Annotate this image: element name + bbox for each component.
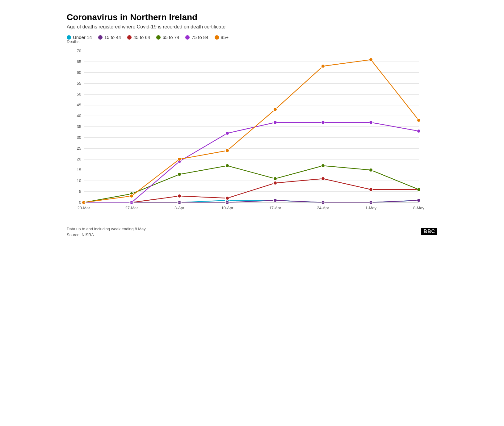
svg-point-85 — [417, 118, 421, 122]
svg-text:55: 55 — [77, 81, 81, 86]
legend-item: 75 to 84 — [185, 35, 208, 40]
svg-text:45: 45 — [77, 103, 81, 107]
svg-text:30: 30 — [77, 135, 81, 140]
legend-dot — [127, 35, 132, 40]
svg-text:10: 10 — [77, 178, 81, 183]
svg-text:0: 0 — [79, 200, 81, 205]
svg-text:10-Apr: 10-Apr — [221, 206, 233, 210]
legend-dot — [215, 35, 219, 40]
legend-item: 45 to 64 — [127, 35, 150, 40]
svg-point-66 — [273, 177, 277, 181]
legend-item: 15 to 44 — [98, 35, 121, 40]
legend-dot — [98, 35, 103, 40]
legend-label: 85+ — [221, 35, 229, 40]
chart-title: Coronavirus in Northern Ireland — [67, 12, 437, 22]
svg-point-84 — [369, 58, 373, 62]
svg-point-60 — [369, 188, 373, 191]
svg-point-59 — [321, 177, 325, 181]
bbc-logo: BBC — [421, 228, 437, 235]
svg-point-76 — [369, 121, 373, 124]
svg-text:50: 50 — [77, 92, 81, 96]
svg-point-64 — [178, 173, 181, 176]
legend-dot — [156, 35, 161, 40]
legend-dot — [67, 35, 71, 40]
chart-container: Coronavirus in Northern Ireland Age of d… — [67, 6, 437, 241]
svg-point-65 — [225, 164, 229, 168]
svg-text:24-Apr: 24-Apr — [317, 206, 329, 210]
svg-point-75 — [321, 121, 325, 124]
svg-point-80 — [178, 157, 181, 161]
svg-text:70: 70 — [77, 49, 81, 53]
svg-text:5: 5 — [79, 189, 81, 194]
svg-point-50 — [273, 198, 277, 202]
legend-label: 75 to 84 — [191, 35, 208, 40]
svg-text:25: 25 — [77, 146, 81, 151]
legend-item: 65 to 74 — [156, 35, 179, 40]
svg-text:40: 40 — [77, 113, 81, 118]
svg-text:15: 15 — [77, 168, 81, 172]
svg-point-58 — [273, 181, 277, 185]
line-chart: 051015202530354045505560657020-Mar27-Mar… — [67, 45, 425, 224]
svg-text:65: 65 — [77, 59, 81, 64]
y-axis-label: Deaths — [67, 39, 79, 44]
svg-text:3-Apr: 3-Apr — [174, 206, 184, 210]
svg-text:17-Apr: 17-Apr — [269, 206, 281, 210]
svg-point-73 — [225, 131, 229, 135]
svg-text:20: 20 — [77, 157, 81, 161]
svg-point-79 — [130, 194, 133, 198]
svg-point-56 — [178, 194, 181, 198]
chart-wrapper: Deaths 051015202530354045505560657020-Ma… — [67, 45, 437, 224]
svg-point-82 — [273, 108, 277, 111]
svg-point-74 — [273, 121, 277, 124]
legend-item: 85+ — [215, 35, 229, 40]
svg-point-57 — [225, 196, 229, 200]
svg-point-68 — [369, 168, 373, 172]
svg-text:8-May: 8-May — [413, 206, 425, 210]
svg-text:27-Mar: 27-Mar — [125, 206, 138, 210]
svg-point-77 — [417, 129, 421, 133]
chart-subtitle: Age of deaths registered where Covid-19 … — [67, 24, 437, 30]
legend-label: 15 to 44 — [104, 35, 121, 40]
legend-label: 65 to 74 — [162, 35, 179, 40]
legend: Under 14 15 to 44 45 to 64 65 to 74 75 t… — [67, 35, 437, 40]
svg-text:60: 60 — [77, 70, 81, 75]
svg-point-83 — [321, 64, 325, 68]
legend-label: 45 to 64 — [133, 35, 150, 40]
svg-text:20-Mar: 20-Mar — [77, 206, 90, 210]
svg-text:35: 35 — [77, 124, 81, 129]
svg-point-53 — [417, 198, 421, 202]
svg-point-67 — [321, 164, 325, 168]
svg-point-69 — [417, 188, 421, 191]
svg-point-81 — [225, 149, 229, 152]
svg-text:1-May: 1-May — [365, 206, 377, 210]
legend-dot — [185, 35, 190, 40]
